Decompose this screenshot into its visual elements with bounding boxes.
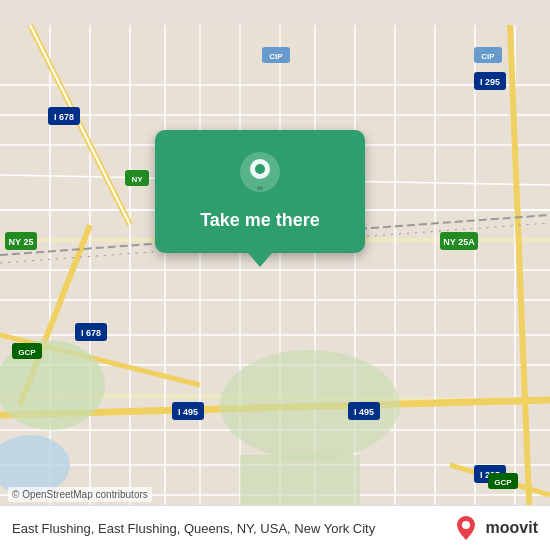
moovit-pin-icon xyxy=(452,514,480,542)
svg-text:NY 25: NY 25 xyxy=(9,237,34,247)
svg-text:NY: NY xyxy=(131,175,143,184)
map-background: I 678 I 678 I 495 I 495 I 295 I 295 NY 2… xyxy=(0,0,550,550)
take-me-there-button[interactable]: Take me there xyxy=(192,206,328,235)
moovit-logo: moovit xyxy=(452,514,538,542)
svg-text:GCP: GCP xyxy=(18,348,36,357)
svg-text:NY 25A: NY 25A xyxy=(443,237,475,247)
svg-text:I 678: I 678 xyxy=(81,328,101,338)
svg-text:I 495: I 495 xyxy=(354,407,374,417)
svg-point-71 xyxy=(462,521,470,529)
svg-text:CIP: CIP xyxy=(269,52,283,61)
svg-text:I 678: I 678 xyxy=(54,112,74,122)
svg-text:CIP: CIP xyxy=(481,52,495,61)
svg-rect-37 xyxy=(240,455,360,505)
location-address: East Flushing, East Flushing, Queens, NY… xyxy=(12,521,452,536)
svg-text:I 295: I 295 xyxy=(480,77,500,87)
location-card: Take me there xyxy=(155,130,365,253)
svg-point-70 xyxy=(257,186,263,190)
osm-credit: © OpenStreetMap contributors xyxy=(8,487,152,502)
svg-text:GCP: GCP xyxy=(494,478,512,487)
map-container: I 678 I 678 I 495 I 495 I 295 I 295 NY 2… xyxy=(0,0,550,550)
location-pin-icon xyxy=(238,150,282,194)
svg-point-69 xyxy=(255,164,265,174)
bottom-bar: East Flushing, East Flushing, Queens, NY… xyxy=(0,505,550,550)
moovit-wordmark: moovit xyxy=(486,519,538,537)
svg-text:I 495: I 495 xyxy=(178,407,198,417)
